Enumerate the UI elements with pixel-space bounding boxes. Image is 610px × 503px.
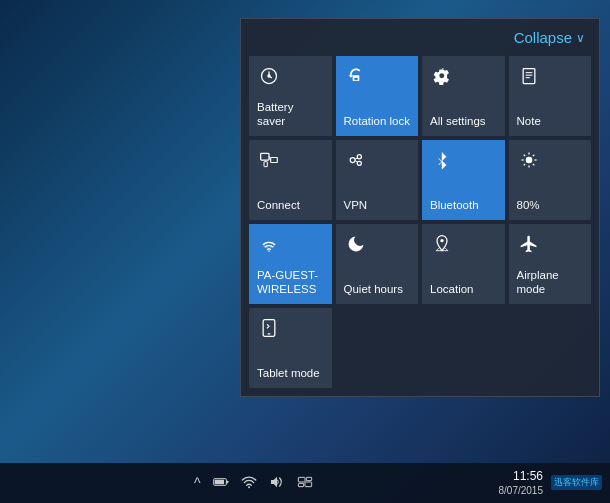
tile-tablet-mode[interactable]: Tablet mode bbox=[249, 308, 332, 388]
airplane-mode-label: Airplane mode bbox=[517, 269, 584, 297]
connect-icon bbox=[259, 150, 279, 175]
taskbar-time: 11:56 bbox=[513, 469, 543, 483]
battery-saver-icon bbox=[259, 66, 279, 91]
svg-rect-32 bbox=[226, 480, 228, 483]
note-icon bbox=[519, 66, 539, 91]
rotation-lock-label: Rotation lock bbox=[344, 115, 410, 129]
rotation-lock-icon bbox=[346, 66, 366, 91]
bluetooth-icon bbox=[432, 150, 452, 175]
location-icon bbox=[432, 234, 452, 259]
quiet-hours-label: Quiet hours bbox=[344, 283, 403, 297]
taskbar-clock: 11:56 8/07/2015 迅客软件库 bbox=[499, 469, 603, 496]
svg-point-1 bbox=[267, 74, 270, 77]
wifi-label: PA-GUEST- WIRELESS bbox=[257, 269, 318, 297]
vpn-label: VPN bbox=[344, 199, 368, 213]
moon-icon bbox=[346, 234, 366, 259]
svg-point-13 bbox=[357, 155, 361, 159]
tiles-grid: Battery saver Rotation lock All settings… bbox=[241, 52, 599, 396]
vpn-icon bbox=[346, 150, 366, 175]
tile-airplane-mode[interactable]: Airplane mode bbox=[509, 224, 592, 304]
location-label: Location bbox=[430, 283, 473, 297]
svg-rect-9 bbox=[271, 158, 278, 163]
collapse-label: Collapse bbox=[514, 29, 572, 46]
taskbar-chevron-icon[interactable]: ^ bbox=[194, 475, 201, 491]
svg-rect-37 bbox=[305, 482, 312, 487]
svg-line-23 bbox=[532, 164, 534, 166]
svg-line-22 bbox=[523, 155, 525, 157]
taskbar-date: 8/07/2015 bbox=[499, 485, 544, 497]
svg-point-14 bbox=[357, 161, 361, 165]
svg-point-12 bbox=[350, 158, 355, 163]
svg-rect-36 bbox=[298, 483, 303, 486]
tile-vpn[interactable]: VPN bbox=[336, 140, 419, 220]
svg-point-33 bbox=[248, 486, 250, 488]
taskbar-system-icons: ^ bbox=[8, 475, 499, 492]
taskbar-watermark: 迅客软件库 bbox=[551, 475, 602, 490]
svg-line-24 bbox=[532, 155, 534, 157]
svg-line-16 bbox=[355, 161, 358, 162]
brightness-icon bbox=[519, 150, 539, 175]
tile-battery-saver[interactable]: Battery saver bbox=[249, 56, 332, 136]
battery-saver-label: Battery saver bbox=[257, 101, 324, 129]
tile-brightness[interactable]: 80% bbox=[509, 140, 592, 220]
tile-quiet-hours[interactable]: Quiet hours bbox=[336, 224, 419, 304]
svg-rect-4 bbox=[523, 69, 535, 84]
all-settings-label: All settings bbox=[430, 115, 486, 129]
collapse-header: Collapse ∨ bbox=[241, 19, 599, 52]
svg-point-27 bbox=[440, 239, 443, 242]
tile-connect[interactable]: Connect bbox=[249, 140, 332, 220]
taskbar-volume-icon[interactable] bbox=[269, 475, 285, 492]
tile-location[interactable]: Location bbox=[422, 224, 505, 304]
tile-note[interactable]: Note bbox=[509, 56, 592, 136]
svg-rect-35 bbox=[306, 477, 311, 480]
svg-line-25 bbox=[523, 164, 525, 166]
tile-rotation-lock[interactable]: Rotation lock bbox=[336, 56, 419, 136]
taskbar: ^ 11:56 8/07/2015 迅客软件库 bbox=[0, 463, 610, 503]
airplane-icon bbox=[519, 234, 539, 259]
svg-rect-31 bbox=[214, 479, 223, 484]
svg-line-15 bbox=[355, 158, 358, 159]
bluetooth-label: Bluetooth bbox=[430, 199, 479, 213]
tile-bluetooth[interactable]: Bluetooth bbox=[422, 140, 505, 220]
tablet-mode-label: Tablet mode bbox=[257, 367, 320, 381]
svg-rect-8 bbox=[261, 153, 269, 160]
svg-point-17 bbox=[525, 157, 532, 164]
tile-wifi[interactable]: PA-GUEST- WIRELESS bbox=[249, 224, 332, 304]
wifi-icon bbox=[259, 234, 279, 259]
tile-all-settings[interactable]: All settings bbox=[422, 56, 505, 136]
chevron-down-icon: ∨ bbox=[576, 31, 585, 45]
svg-rect-34 bbox=[298, 477, 305, 482]
note-label: Note bbox=[517, 115, 541, 129]
action-center-panel: Collapse ∨ Battery saver Rotation lock A… bbox=[240, 18, 600, 397]
taskbar-wifi-icon[interactable] bbox=[241, 475, 257, 492]
svg-rect-11 bbox=[264, 162, 267, 167]
brightness-label: 80% bbox=[517, 199, 540, 213]
tablet-mode-icon bbox=[259, 318, 279, 343]
connect-label: Connect bbox=[257, 199, 300, 213]
collapse-button[interactable]: Collapse ∨ bbox=[514, 29, 585, 46]
taskbar-battery-icon[interactable] bbox=[213, 475, 229, 492]
svg-point-26 bbox=[268, 250, 270, 252]
svg-rect-3 bbox=[354, 78, 357, 81]
taskbar-notification-icon[interactable] bbox=[297, 475, 313, 492]
gear-icon bbox=[432, 66, 452, 91]
